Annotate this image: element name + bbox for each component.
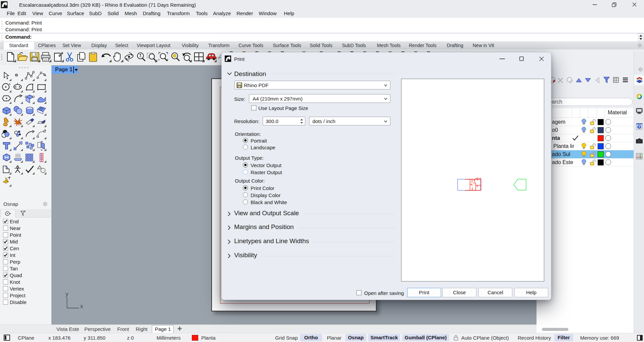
svg-text:8: 8 bbox=[5, 1, 7, 5]
svg-text:y: y bbox=[66, 291, 68, 297]
svg-text:x: x bbox=[80, 303, 83, 309]
svg-text:8: 8 bbox=[229, 55, 230, 59]
svg-text:?: ? bbox=[638, 125, 641, 129]
